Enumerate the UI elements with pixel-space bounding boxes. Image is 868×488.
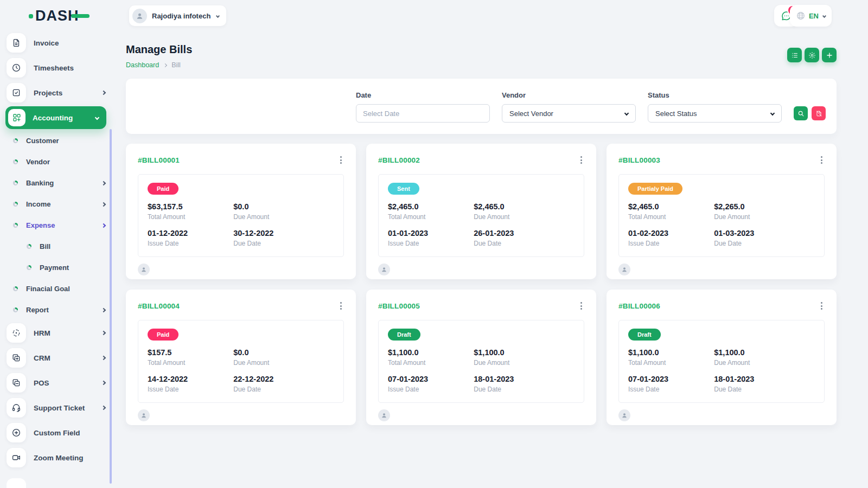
search-button[interactable] (794, 106, 808, 120)
filter-buttons (794, 106, 826, 120)
vendor-select[interactable]: Select Vendor (502, 104, 636, 123)
sidebar-item-custom-field[interactable]: Custom Field (0, 420, 114, 445)
app-logo[interactable]: DASH (29, 9, 90, 23)
due-date-cell: 22-12-2022 Due Date (233, 375, 334, 393)
vendor-avatar[interactable] (618, 264, 630, 275)
sidebar-item-label: Customer (26, 137, 59, 145)
due-date-label: Due Date (474, 240, 575, 247)
reset-filter-button[interactable] (812, 106, 826, 120)
vendor-avatar[interactable] (138, 264, 150, 275)
vendor-avatar[interactable] (618, 409, 630, 421)
sidebar-item-support-ticket[interactable]: Support Ticket (0, 395, 114, 420)
sidebar-item-crm[interactable]: CRM (0, 345, 114, 370)
search-icon (797, 110, 805, 117)
issue-date-value: 01-12-2022 (148, 229, 233, 237)
due-date-cell: 30-12-2022 Due Date (233, 229, 334, 247)
kebab-menu-icon[interactable] (578, 300, 584, 312)
page-title: Manage Bills (126, 43, 837, 56)
total-amount-label: Total Amount (148, 359, 233, 367)
bill-details-box: Draft $1,100.0 Total Amount $1,100.0 Due… (618, 320, 825, 403)
due-amount-label: Due Amount (474, 359, 575, 367)
sidebar-item-timesheets[interactable]: Timesheets (0, 55, 114, 80)
due-amount-value: $0.0 (233, 202, 334, 211)
due-date-label: Due Date (233, 240, 334, 247)
bill-id-link[interactable]: #BILL00002 (378, 156, 420, 164)
sidebar-item-income[interactable]: Income (0, 194, 114, 215)
sidebar-item-zoom-meeting[interactable]: Zoom Meeting (0, 445, 114, 470)
settings-button[interactable] (805, 48, 819, 62)
sidebar-item-vendor[interactable]: Vendor (0, 151, 114, 172)
status-badge: Sent (388, 183, 419, 195)
issue-date-cell: 07-01-2023 Issue Date (628, 375, 714, 393)
issue-date-value: 07-01-2023 (388, 375, 474, 383)
bill-id-link[interactable]: #BILL00005 (378, 302, 420, 310)
breadcrumb-dashboard-link[interactable]: Dashboard (126, 61, 159, 69)
sidebar-item-label: Projects (34, 89, 62, 97)
due-amount-label: Due Amount (714, 213, 815, 221)
bullet-icon (27, 265, 31, 270)
due-date-value: 18-01-2023 (474, 375, 575, 383)
sidebar-item-report[interactable]: Report (0, 299, 114, 320)
due-amount-value: $1,100.0 (474, 348, 575, 357)
list-view-button[interactable] (787, 48, 802, 62)
pos-icon (7, 373, 26, 393)
kebab-menu-icon[interactable] (338, 300, 344, 312)
sidebar-item-expense[interactable]: Expense (0, 215, 114, 236)
vendor-avatar[interactable] (378, 409, 390, 421)
due-amount-value: $2,465.0 (474, 202, 575, 211)
sidebar-item-banking[interactable]: Banking (0, 172, 114, 194)
sidebar-item-invoice[interactable]: Invoice (0, 30, 114, 55)
kebab-menu-icon[interactable] (338, 154, 344, 166)
bill-card: #BILL00004 Paid $157.5 Total Amount $0.0… (126, 290, 356, 425)
bill-id-link[interactable]: #BILL00006 (618, 302, 660, 310)
due-date-cell: 18-01-2023 Due Date (474, 375, 575, 393)
sidebar-item-bill[interactable]: Bill (0, 236, 114, 257)
sidebar-item-partial (7, 478, 26, 488)
due-date-value: 18-01-2023 (714, 375, 815, 383)
vendor-avatar[interactable] (378, 264, 390, 275)
status-select[interactable]: Select Status (648, 104, 782, 123)
sidebar-item-label: Custom Field (34, 429, 80, 437)
logo-bar (71, 14, 90, 18)
clock-icon (7, 58, 26, 78)
status-filter: Status Select Status (648, 91, 782, 123)
sidebar-item-label: Accounting (33, 114, 73, 122)
date-input[interactable] (356, 104, 490, 123)
invoice-icon (7, 33, 26, 53)
kebab-menu-icon[interactable] (819, 300, 825, 312)
issue-date-cell: 01-12-2022 Issue Date (148, 229, 233, 247)
person-icon (621, 412, 628, 419)
sidebar-item-accounting[interactable]: Accounting (5, 106, 106, 129)
sidebar-item-pos[interactable]: POS (0, 370, 114, 395)
due-amount-label: Due Amount (233, 213, 334, 221)
bill-id-link[interactable]: #BILL00003 (618, 156, 660, 164)
kebab-menu-icon[interactable] (819, 154, 825, 166)
due-date-cell: 01-03-2023 Due Date (714, 229, 815, 247)
vendor-filter: Vendor Select Vendor (502, 91, 636, 123)
video-icon (7, 448, 26, 467)
filter-card: Date Vendor Select Vendor Status Select … (126, 79, 837, 134)
sidebar-item-hrm[interactable]: HRM (0, 320, 114, 345)
sidebar-scrollbar[interactable] (110, 129, 112, 484)
sidebar-item-customer[interactable]: Customer (0, 130, 114, 151)
total-amount-value: $1,100.0 (628, 348, 714, 357)
bill-id-link[interactable]: #BILL00001 (138, 156, 180, 164)
bill-details-box: Draft $1,100.0 Total Amount $1,100.0 Due… (378, 320, 584, 403)
due-date-label: Due Date (714, 386, 815, 393)
sidebar-item-payment[interactable]: Payment (0, 257, 114, 278)
create-button[interactable] (822, 48, 837, 62)
bills-grid: #BILL00001 Paid $63,157.5 Total Amount $… (126, 144, 837, 425)
sidebar-item-finacial-goal[interactable]: Finacial Goal (0, 278, 114, 299)
kebab-menu-icon[interactable] (578, 154, 584, 166)
page-actions (787, 48, 837, 62)
due-amount-label: Due Amount (233, 359, 334, 367)
sidebar-item-projects[interactable]: Projects (0, 80, 114, 105)
due-date-value: 01-03-2023 (714, 229, 815, 237)
sidebar-item-label: Payment (40, 264, 69, 272)
bullet-icon (13, 202, 18, 207)
bill-id-link[interactable]: #BILL00004 (138, 302, 180, 310)
breadcrumb-current: Bill (171, 61, 181, 69)
bill-card: #BILL00001 Paid $63,157.5 Total Amount $… (126, 144, 356, 279)
due-date-value: 30-12-2022 (233, 229, 334, 237)
vendor-avatar[interactable] (138, 409, 150, 421)
